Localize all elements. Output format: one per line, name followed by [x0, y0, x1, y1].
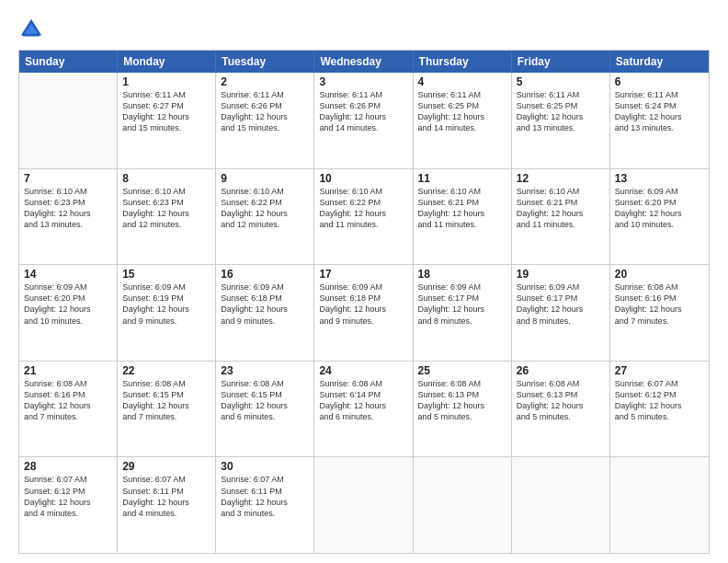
cell-info-line: Daylight: 12 hours	[221, 400, 309, 411]
cell-info-line: Daylight: 12 hours	[319, 400, 407, 411]
cell-info-line: Sunrise: 6:11 AM	[221, 89, 309, 100]
cell-info-line: Sunset: 6:18 PM	[319, 293, 407, 304]
cell-info-line: Sunrise: 6:09 AM	[517, 282, 605, 293]
cell-info-line: and 13 minutes.	[615, 122, 704, 133]
table-row: 22Sunrise: 6:08 AMSunset: 6:15 PMDayligh…	[118, 362, 216, 457]
cell-info-line: Sunset: 6:26 PM	[221, 100, 309, 111]
calendar-row-0: 1Sunrise: 6:11 AMSunset: 6:27 PMDaylight…	[19, 73, 709, 168]
cell-info-line: Sunrise: 6:10 AM	[418, 186, 506, 197]
header-day-monday: Monday	[118, 51, 216, 73]
cell-info-line: and 10 minutes.	[615, 219, 704, 230]
day-number: 30	[221, 460, 309, 473]
cell-info-line: Daylight: 12 hours	[615, 111, 704, 122]
table-row: 28Sunrise: 6:07 AMSunset: 6:12 PMDayligh…	[19, 457, 118, 553]
day-number: 5	[517, 75, 605, 88]
cell-info-line: Sunset: 6:25 PM	[517, 100, 605, 111]
table-row: 5Sunrise: 6:11 AMSunset: 6:25 PMDaylight…	[512, 73, 610, 168]
cell-info-line: Sunset: 6:22 PM	[319, 197, 407, 208]
header-day-saturday: Saturday	[610, 51, 709, 73]
day-number: 18	[418, 268, 506, 281]
cell-info-line: Daylight: 12 hours	[122, 497, 210, 508]
cell-info-line: Sunset: 6:23 PM	[24, 197, 112, 208]
cell-info-line: Sunset: 6:19 PM	[122, 293, 210, 304]
table-row: 8Sunrise: 6:10 AMSunset: 6:23 PMDaylight…	[118, 169, 216, 265]
table-row: 17Sunrise: 6:09 AMSunset: 6:18 PMDayligh…	[314, 265, 413, 361]
table-row	[19, 73, 118, 168]
cell-info-line: Sunset: 6:21 PM	[418, 197, 506, 208]
table-row: 14Sunrise: 6:09 AMSunset: 6:20 PMDayligh…	[19, 265, 118, 361]
cell-info-line: Sunset: 6:13 PM	[517, 389, 605, 400]
day-number: 19	[517, 268, 605, 281]
header-day-thursday: Thursday	[414, 51, 512, 73]
day-number: 14	[24, 268, 112, 281]
cell-info-line: Sunrise: 6:08 AM	[122, 378, 210, 389]
cell-info-line: and 13 minutes.	[517, 122, 605, 133]
table-row: 7Sunrise: 6:10 AMSunset: 6:23 PMDaylight…	[19, 169, 118, 265]
table-row: 9Sunrise: 6:10 AMSunset: 6:22 PMDaylight…	[216, 169, 314, 265]
cell-info-line: Sunset: 6:15 PM	[221, 389, 309, 400]
cell-info-line: and 4 minutes.	[24, 508, 112, 519]
cell-info-line: Sunset: 6:26 PM	[319, 100, 407, 111]
cell-info-line: Sunrise: 6:11 AM	[319, 89, 407, 100]
cell-info-line: Sunset: 6:17 PM	[418, 293, 506, 304]
table-row: 24Sunrise: 6:08 AMSunset: 6:14 PMDayligh…	[314, 362, 413, 457]
table-row: 26Sunrise: 6:08 AMSunset: 6:13 PMDayligh…	[512, 362, 610, 457]
table-row: 3Sunrise: 6:11 AMSunset: 6:26 PMDaylight…	[314, 73, 413, 168]
cell-info-line: Sunset: 6:16 PM	[24, 389, 112, 400]
table-row: 6Sunrise: 6:11 AMSunset: 6:24 PMDaylight…	[610, 73, 709, 168]
cell-info-line: Sunrise: 6:08 AM	[24, 378, 112, 389]
cell-info-line: Daylight: 12 hours	[122, 400, 210, 411]
table-row: 10Sunrise: 6:10 AMSunset: 6:22 PMDayligh…	[314, 169, 413, 265]
cell-info-line: Daylight: 12 hours	[517, 208, 605, 219]
cell-info-line: and 3 minutes.	[221, 508, 309, 519]
cell-info-line: Daylight: 12 hours	[221, 208, 309, 219]
table-row: 15Sunrise: 6:09 AMSunset: 6:19 PMDayligh…	[118, 265, 216, 361]
table-row: 16Sunrise: 6:09 AMSunset: 6:18 PMDayligh…	[216, 265, 314, 361]
cell-info-line: Sunset: 6:20 PM	[615, 197, 704, 208]
table-row: 18Sunrise: 6:09 AMSunset: 6:17 PMDayligh…	[414, 265, 512, 361]
cell-info-line: and 4 minutes.	[122, 508, 210, 519]
cell-info-line: Daylight: 12 hours	[24, 304, 112, 315]
day-number: 13	[615, 172, 704, 185]
cell-info-line: Daylight: 12 hours	[418, 111, 506, 122]
day-number: 24	[319, 364, 407, 377]
cell-info-line: Daylight: 12 hours	[418, 400, 506, 411]
cell-info-line: Sunset: 6:12 PM	[615, 389, 704, 400]
cell-info-line: Sunset: 6:18 PM	[221, 293, 309, 304]
cell-info-line: Sunrise: 6:09 AM	[221, 282, 309, 293]
table-row	[414, 457, 512, 553]
cell-info-line: Daylight: 12 hours	[24, 208, 112, 219]
day-number: 23	[221, 364, 309, 377]
cell-info-line: Daylight: 12 hours	[615, 304, 704, 315]
cell-info-line: Sunrise: 6:08 AM	[615, 282, 704, 293]
cell-info-line: Daylight: 12 hours	[615, 208, 704, 219]
page: SundayMondayTuesdayWednesdayThursdayFrid…	[0, 0, 728, 563]
day-number: 10	[319, 172, 407, 185]
day-number: 2	[221, 75, 309, 88]
calendar: SundayMondayTuesdayWednesdayThursdayFrid…	[18, 50, 710, 554]
day-number: 7	[24, 172, 112, 185]
cell-info-line: Daylight: 12 hours	[517, 304, 605, 315]
day-number: 3	[319, 75, 407, 88]
logo-icon	[18, 17, 44, 42]
cell-info-line: Sunset: 6:12 PM	[24, 486, 112, 497]
cell-info-line: Sunrise: 6:08 AM	[418, 378, 506, 389]
cell-info-line: Sunset: 6:16 PM	[615, 293, 704, 304]
cell-info-line: Sunrise: 6:11 AM	[517, 89, 605, 100]
cell-info-line: Sunrise: 6:10 AM	[319, 186, 407, 197]
cell-info-line: Sunrise: 6:07 AM	[24, 474, 112, 485]
header	[18, 17, 710, 42]
cell-info-line: Sunrise: 6:08 AM	[517, 378, 605, 389]
cell-info-line: Sunrise: 6:09 AM	[418, 282, 506, 293]
cell-info-line: Daylight: 12 hours	[418, 304, 506, 315]
cell-info-line: Sunrise: 6:07 AM	[615, 378, 704, 389]
cell-info-line: and 14 minutes.	[319, 122, 407, 133]
table-row	[314, 457, 413, 553]
cell-info-line: Sunrise: 6:11 AM	[615, 89, 704, 100]
cell-info-line: Daylight: 12 hours	[122, 111, 210, 122]
cell-info-line: and 9 minutes.	[221, 316, 309, 327]
cell-info-line: and 10 minutes.	[24, 316, 112, 327]
cell-info-line: Sunrise: 6:08 AM	[319, 378, 407, 389]
table-row: 13Sunrise: 6:09 AMSunset: 6:20 PMDayligh…	[610, 169, 709, 265]
cell-info-line: and 6 minutes.	[221, 411, 309, 422]
